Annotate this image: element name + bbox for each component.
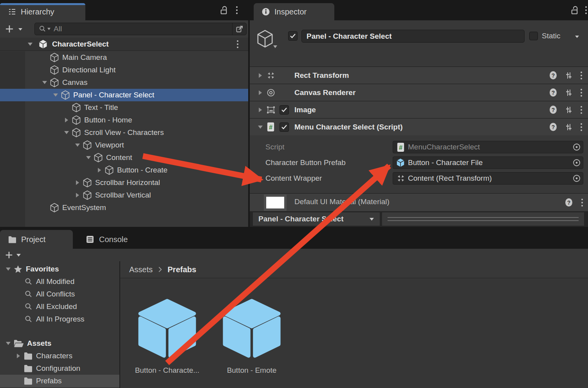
expand-icon[interactable] <box>13 353 23 359</box>
hierarchy-item[interactable]: Scrollbar Horizontal <box>0 176 248 189</box>
add-dropdown-caret-icon[interactable] <box>16 254 21 257</box>
object-name-field[interactable] <box>301 30 525 43</box>
collapse-icon[interactable] <box>51 93 61 97</box>
collapse-icon[interactable] <box>40 81 50 84</box>
add-dropdown-caret-icon[interactable] <box>18 28 23 31</box>
component-header[interactable]: Rect Transform? <box>250 66 588 84</box>
collapse-icon[interactable] <box>254 125 266 129</box>
asset-tile[interactable]: Button - Emote <box>220 297 283 380</box>
tab-hierarchy[interactable]: Hierarchy <box>0 3 85 20</box>
tab-project[interactable]: Project <box>0 230 73 249</box>
assets-folder-item[interactable]: Characters <box>0 350 119 362</box>
object-picker-icon[interactable] <box>570 157 583 169</box>
preview-object-selector[interactable]: Panel - Character Select <box>253 212 380 226</box>
hierarchy-item[interactable]: Panel - Character Select <box>0 89 248 101</box>
object-field[interactable]: Content (Rect Transform) <box>393 172 583 185</box>
hierarchy-item[interactable]: Button - Home <box>0 114 248 126</box>
add-gameobject-button[interactable] <box>5 24 14 34</box>
tab-console[interactable]: Console <box>78 230 153 249</box>
assets-header[interactable]: Assets <box>0 337 119 350</box>
menu-dots-icon[interactable] <box>581 198 583 207</box>
asset-tile[interactable]: Button - Characte... <box>136 297 198 380</box>
project-toolbar <box>0 249 588 261</box>
object-field[interactable]: #MenuCharacterSelect <box>393 141 583 153</box>
assets-folder-item[interactable]: Configuration <box>0 362 119 375</box>
help-icon[interactable]: ? <box>549 70 557 80</box>
breadcrumb-current[interactable]: Prefabs <box>168 265 196 274</box>
static-caret-icon[interactable] <box>575 35 579 38</box>
collapse-icon[interactable] <box>61 131 72 135</box>
hierarchy-item[interactable]: Button - Create <box>0 164 248 176</box>
expand-icon[interactable] <box>254 90 266 95</box>
breadcrumb-root[interactable]: Assets <box>129 265 153 274</box>
material-header[interactable]: Default UI Material (Material) ? <box>250 193 588 211</box>
favorites-item[interactable]: All Conflicts <box>0 288 119 300</box>
hierarchy-item[interactable]: Viewport <box>0 139 248 151</box>
scene-menu-dots-icon[interactable] <box>236 40 239 49</box>
search-input[interactable] <box>51 25 232 33</box>
collapse-icon[interactable] <box>72 143 83 147</box>
presets-icon[interactable] <box>564 105 574 115</box>
menu-dots-icon[interactable] <box>580 122 583 132</box>
hierarchy-item[interactable]: Scrollbar Vertical <box>0 189 248 201</box>
open-new-window-icon[interactable] <box>232 23 246 35</box>
tab-inspector[interactable]: Inspector <box>254 3 334 20</box>
expand-icon[interactable] <box>72 180 83 185</box>
help-icon[interactable]: ? <box>549 122 557 132</box>
menu-dots-icon[interactable] <box>580 88 583 97</box>
favorites-item[interactable]: All Modified <box>0 275 119 288</box>
inspector-tab-bar: Inspector <box>250 0 588 20</box>
favorites-item[interactable]: All Excluded <box>0 300 119 313</box>
component-header[interactable]: Canvas Renderer? <box>250 84 588 101</box>
collapse-icon[interactable] <box>83 156 94 160</box>
object-picker-icon[interactable] <box>570 141 583 153</box>
component-enabled-checkbox[interactable] <box>280 122 289 132</box>
hierarchy-item[interactable]: Scroll View - Characters <box>0 126 248 139</box>
collapse-icon[interactable] <box>3 267 13 271</box>
menu-dots-icon[interactable] <box>580 105 583 115</box>
hierarchy-item[interactable]: Text - Title <box>0 101 248 114</box>
active-checkbox[interactable] <box>288 31 298 41</box>
collapse-icon[interactable] <box>27 42 33 46</box>
search-filter-caret-icon[interactable] <box>47 28 51 30</box>
menu-dots-icon[interactable] <box>580 71 583 80</box>
expand-icon[interactable] <box>61 117 72 123</box>
component-enabled-checkbox[interactable] <box>280 105 289 115</box>
search-icon[interactable] <box>39 25 47 33</box>
help-icon[interactable]: ? <box>565 198 573 207</box>
menu-dots-icon[interactable] <box>585 5 587 15</box>
hierarchy-item[interactable]: Directional Light <box>0 64 248 76</box>
lock-icon[interactable] <box>570 5 579 16</box>
object-field[interactable]: Button - Character File <box>393 156 583 169</box>
object-picker-icon[interactable] <box>570 172 583 184</box>
static-checkbox[interactable] <box>529 32 538 40</box>
expand-icon[interactable] <box>254 107 266 113</box>
gameobject-icon-caret[interactable] <box>273 45 277 48</box>
expand-icon[interactable] <box>72 192 83 198</box>
assets-folder-item-label: Configuration <box>36 364 80 373</box>
lock-icon[interactable] <box>219 5 229 16</box>
presets-icon[interactable] <box>564 71 574 80</box>
menu-dots-icon[interactable] <box>236 5 238 15</box>
preview-drag-handle[interactable] <box>382 212 584 226</box>
component-header[interactable]: #Menu Character Select (Script)? <box>250 118 588 135</box>
project-folder-tree: FavoritesAll ModifiedAll ConflictsAll Ex… <box>0 261 119 388</box>
hierarchy-item[interactable]: Canvas <box>0 76 248 89</box>
expand-icon[interactable] <box>94 167 105 173</box>
component-header[interactable]: Image? <box>250 101 588 118</box>
collapse-icon[interactable] <box>3 341 13 345</box>
expand-icon[interactable] <box>254 73 266 78</box>
hierarchy-item[interactable]: Main Camera <box>0 51 248 64</box>
help-icon[interactable]: ? <box>549 88 557 97</box>
hierarchy-item[interactable]: Content <box>0 151 248 164</box>
tab-inspector-label: Inspector <box>274 7 307 16</box>
add-asset-button[interactable] <box>5 251 13 259</box>
favorites-item[interactable]: All In Progress <box>0 313 119 325</box>
assets-folder-item[interactable]: Prefabs <box>0 375 119 387</box>
presets-icon[interactable] <box>564 88 574 97</box>
help-icon[interactable]: ? <box>549 105 557 115</box>
favorites-header[interactable]: Favorites <box>0 263 119 275</box>
hierarchy-item[interactable]: EventSystem <box>0 201 248 214</box>
scene-header-row[interactable]: CharacterSelect <box>0 38 248 51</box>
presets-icon[interactable] <box>564 122 574 132</box>
